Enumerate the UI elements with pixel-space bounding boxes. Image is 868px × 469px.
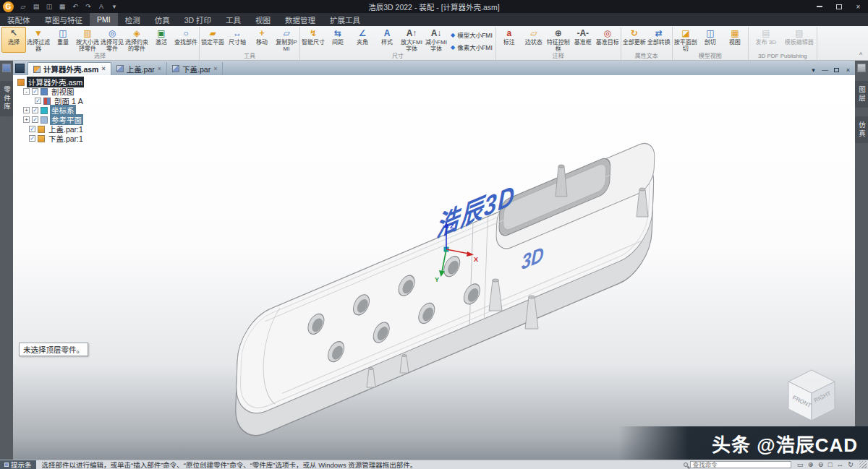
zoom-out-icon[interactable]: ⊖	[818, 460, 824, 469]
close-tab-icon[interactable]: ×	[158, 66, 161, 72]
pathfinder-item[interactable]: ✓ 下盖.par:1	[17, 134, 133, 143]
save-icon[interactable]: ◫	[43, 0, 55, 13]
zoom-area-icon[interactable]: ▭	[797, 460, 804, 469]
ribbon-button-icon: ▥	[83, 28, 91, 39]
ribbon-button-icon: ▦	[731, 28, 739, 39]
minimize-button[interactable]	[809, 0, 829, 13]
ribbon-button[interactable]: -A- 基准框	[571, 27, 595, 53]
style-icon[interactable]: A	[95, 0, 107, 13]
ribbon-button[interactable]: ◎ 选择可见零件	[100, 27, 124, 53]
window-list-icon[interactable]	[15, 64, 25, 73]
model-3d-shell[interactable]: 浩辰3D 3D	[234, 120, 656, 447]
ribbon-button[interactable]: ▧ 模板编辑器	[783, 27, 816, 53]
ribbon-button[interactable]: A↓ 减小FMI字体	[424, 27, 448, 53]
document-tab[interactable]: 下盖.par ×	[167, 62, 223, 75]
ribbon-button[interactable]: ▱ 复制到PMI	[274, 27, 299, 53]
radio-option[interactable]: ◆ 模型大小FMI	[451, 30, 493, 39]
side-panel-tab[interactable]: 仿真	[855, 116, 868, 143]
checkbox[interactable]: ✓	[35, 98, 41, 104]
ribbon-button[interactable]: ▱ 边状态	[522, 27, 546, 53]
ribbon-button[interactable]: ↻ 全部更新	[622, 27, 647, 53]
close-tab-icon[interactable]: ×	[101, 66, 105, 72]
new-file-icon[interactable]: ▱	[17, 0, 29, 13]
radio-option[interactable]: ◆ 像素大小FMI	[451, 43, 493, 51]
ribbon-button[interactable]: ▤ 发布 3D	[749, 27, 783, 53]
ribbon-button[interactable]: + 移动	[250, 27, 274, 53]
document-tab[interactable]: 上盖.par ×	[111, 62, 167, 75]
checkbox[interactable]: ✓	[32, 116, 38, 123]
fit-view-icon[interactable]: □	[828, 460, 833, 469]
checkbox[interactable]: ✓	[32, 107, 38, 113]
mdi-minimize-button[interactable]: —	[820, 65, 830, 75]
ribbon-button[interactable]: ⇄ 全部转换	[647, 27, 671, 53]
ribbon-button[interactable]: A 样式	[375, 27, 399, 53]
rotate-view-icon[interactable]: ↻	[848, 460, 854, 469]
ribbon-button[interactable]: ◎ 基准目标	[595, 27, 620, 53]
document-tab[interactable]: 计算器外壳.asm ×	[27, 62, 111, 75]
ribbon-button[interactable]: ◫ 重量	[51, 27, 75, 53]
right-panel-icon[interactable]	[857, 64, 866, 72]
close-tab-icon[interactable]: ×	[213, 66, 217, 72]
ribbon-tab[interactable]: 装配体	[0, 13, 38, 26]
watermark: 头条 @浩辰CAD	[618, 426, 868, 460]
checkbox[interactable]: ✓	[32, 88, 38, 95]
redo-icon[interactable]: ↷	[82, 0, 94, 13]
ribbon-tab[interactable]: 草图与特征	[38, 13, 90, 26]
ribbon-button[interactable]: ▦ 视图	[723, 27, 747, 53]
zoom-in-icon[interactable]: ⊕	[808, 460, 814, 469]
expander-icon[interactable]: -	[23, 88, 30, 95]
ribbon-button[interactable]: ⇆ 间距	[326, 27, 350, 53]
ribbon-button-icon: a	[506, 28, 511, 39]
ribbon-button[interactable]: a 标注	[497, 27, 522, 53]
ribbon-button[interactable]: ◈ 选择约束的零件	[124, 27, 149, 53]
expander-icon[interactable]: +	[23, 107, 30, 113]
ribbon-button[interactable]: ∠ 夹角	[350, 27, 375, 53]
command-search-input[interactable]	[690, 461, 791, 468]
ribbon-button[interactable]: ↖ 选择	[1, 27, 26, 53]
coordinate-system-icon	[41, 107, 48, 114]
qat-dropdown-icon[interactable]: ▾	[109, 0, 120, 13]
side-panel-tab[interactable]: 图层	[855, 81, 868, 108]
ribbon-tab[interactable]: 数据管理	[278, 13, 323, 26]
ribbon-button[interactable]: ○ 查找部件	[174, 27, 198, 53]
ribbon-button[interactable]: A↑ 放大FMI字体	[399, 27, 424, 53]
ribbon-tab[interactable]: 仿真	[148, 13, 177, 26]
app-logo-icon[interactable]: G	[3, 1, 14, 12]
tab-list-dropdown-icon[interactable]: ▾	[808, 65, 819, 75]
ribbon-button[interactable]: ↔ 尺寸轴	[225, 27, 250, 53]
pathfinder-panel-icon[interactable]	[2, 64, 11, 72]
ribbon-tab[interactable]: 检测	[118, 13, 148, 26]
view-tools: ▭ ⊕ ⊖ □ ↔ ↻	[791, 460, 859, 469]
close-button[interactable]: ×	[848, 0, 868, 13]
undo-icon[interactable]: ↶	[69, 0, 81, 13]
ribbon-tab[interactable]: 3D 打印	[177, 13, 218, 26]
ribbon-button[interactable]: ▼ 选择过滤器	[26, 27, 51, 53]
view-cube[interactable]: FRONT RIGHT	[788, 370, 835, 421]
ribbon-tab[interactable]: 工具	[218, 13, 248, 26]
prompt-bar-chip[interactable]: 提示条	[0, 460, 36, 469]
document-tab-bar: 计算器外壳.asm × 上盖.par × 下盖.par × ▾ — ×	[13, 61, 855, 75]
side-panel-tab[interactable]: 零件库	[0, 81, 13, 116]
ribbon-tab[interactable]: PMI	[90, 13, 118, 26]
resize-grip[interactable]	[859, 461, 867, 468]
print-icon[interactable]: ▦	[56, 0, 68, 13]
maximize-button[interactable]	[829, 0, 848, 13]
model-viewport[interactable]: 浩辰3D 3D Z X	[13, 75, 855, 460]
expander-icon[interactable]: +	[23, 116, 30, 123]
ribbon-tab[interactable]: 视图	[248, 13, 278, 26]
pan-icon[interactable]: ↔	[837, 460, 844, 469]
checkbox[interactable]: ✓	[29, 135, 35, 142]
ribbon-button[interactable]: ◫ 剖切	[698, 27, 723, 53]
ribbon-button[interactable]: ↯ 智能尺寸	[301, 27, 326, 53]
ribbon-button[interactable]: ▰ 锁定平面	[200, 27, 225, 53]
ribbon-button[interactable]: ▣ 激活	[149, 27, 174, 53]
open-file-icon[interactable]: ▤	[30, 0, 42, 13]
ribbon-button[interactable]: ⊕ 特征控制框	[546, 27, 571, 53]
checkbox[interactable]: ✓	[29, 126, 35, 132]
ribbon-tab[interactable]: 扩展工具	[323, 13, 367, 26]
ribbon-button[interactable]: ◪ 按平面剖切	[673, 27, 698, 53]
mdi-close-button[interactable]: ×	[843, 65, 854, 75]
collapse-ribbon-button[interactable]: ^	[856, 51, 866, 59]
ribbon-button[interactable]: ▥ 按大小选择零件	[75, 27, 100, 53]
mdi-restore-button[interactable]	[831, 65, 842, 75]
